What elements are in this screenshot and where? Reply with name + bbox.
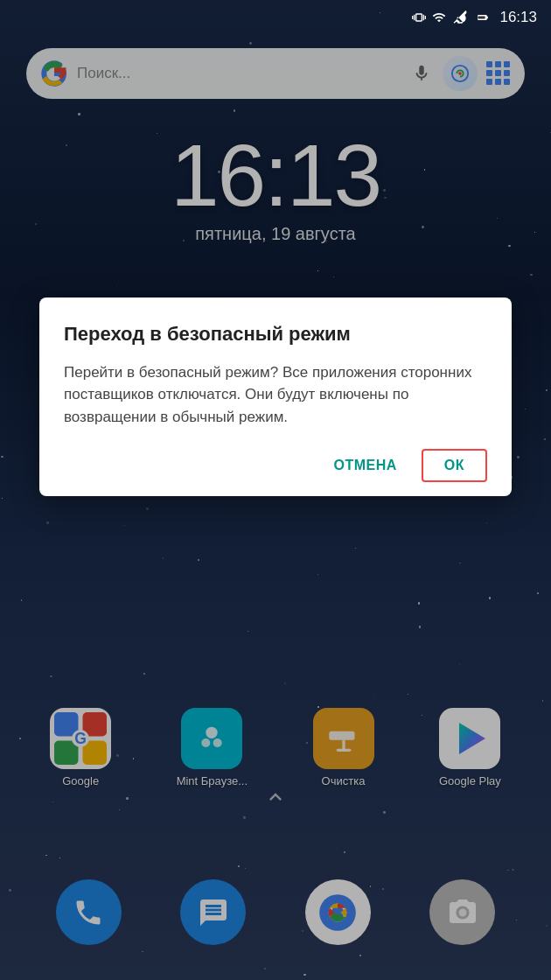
vibrate-icon (412, 10, 426, 24)
status-time: 16:13 (499, 9, 537, 26)
signal-icon (431, 10, 447, 24)
dialog-title: Переход в безопасный режим (64, 322, 487, 347)
safe-mode-dialog: Переход в безопасный режим Перейти в без… (39, 298, 512, 496)
status-icons (393, 10, 492, 24)
bluetooth-icon (393, 10, 407, 24)
dialog-overlay: Переход в безопасный режим Перейти в без… (0, 0, 551, 980)
dialog-buttons: ОТМЕНА ОК (64, 449, 487, 482)
dialog-message: Перейти в безопасный режим? Все приложен… (64, 361, 487, 429)
ok-button[interactable]: ОК (422, 449, 487, 482)
battery-icon (473, 11, 492, 24)
svg-rect-2 (478, 17, 485, 19)
cancel-button[interactable]: ОТМЕНА (316, 449, 414, 482)
network-icon (452, 10, 468, 24)
svg-rect-1 (487, 17, 488, 18)
status-bar: 16:13 (0, 0, 551, 35)
